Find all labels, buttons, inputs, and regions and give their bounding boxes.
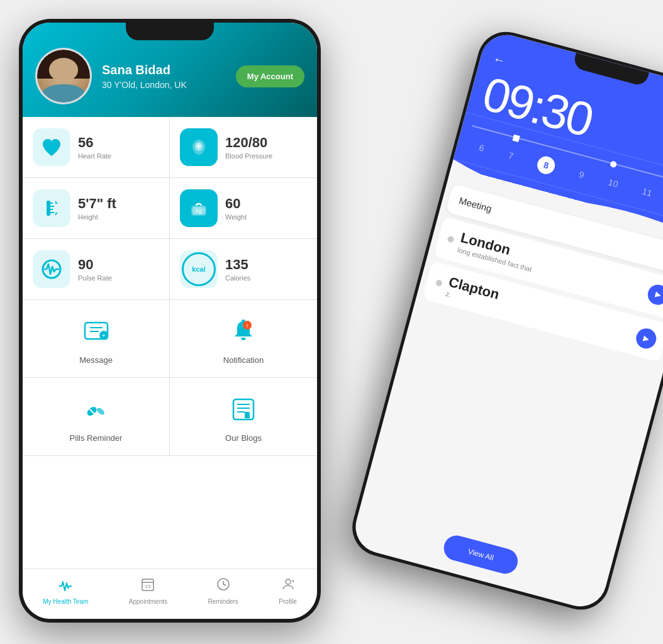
calories-label: Calories (225, 274, 250, 282)
nav-my-health-team[interactable]: My Health Team (43, 577, 88, 605)
heart-rate-icon (33, 128, 70, 166)
pulse-rate-label: Pulse Rate (78, 274, 112, 282)
nav-reminders[interactable]: Reminders (208, 577, 238, 605)
back-arrow[interactable]: ← (491, 51, 507, 68)
message-cell[interactable]: + Message (23, 300, 170, 378)
message-icon: + (77, 313, 115, 350)
bottom-nav: My Health Team 15 Appointments Reminders (23, 569, 317, 619)
height-label: Height (78, 213, 116, 221)
cal-6: 6 (478, 142, 486, 153)
profile-nav-icon (281, 577, 296, 596)
our-blogs-cell[interactable]: Our Blogs (170, 378, 317, 456)
cal-9: 9 (578, 169, 586, 180)
user-details: 30 Y'Old, London, UK (102, 80, 226, 90)
appointments-icon: 15 (140, 577, 155, 596)
height-icon (33, 189, 70, 227)
blogs-icon (225, 391, 262, 428)
nav-appointments-label: Appointments (129, 598, 167, 605)
pills-icon (77, 391, 115, 428)
reminders-icon (216, 577, 231, 596)
cal-8[interactable]: 8 (535, 154, 557, 175)
cal-dot-start (513, 134, 520, 142)
pulse-rate-cell[interactable]: 90 Pulse Rate (23, 239, 170, 300)
svg-point-35 (286, 579, 291, 584)
pulse-rate-icon (33, 250, 70, 288)
blood-pressure-icon: + (180, 128, 218, 166)
svg-marker-6 (55, 201, 58, 204)
my-account-button[interactable]: My Account (236, 65, 304, 87)
nav-profile-label: Profile (279, 598, 296, 605)
notification-icon: ! (225, 313, 262, 350)
calories-icon: kcal (180, 250, 218, 288)
cal-10: 10 (607, 177, 619, 189)
phone1: Sana Bidad 30 Y'Old, London, UK My Accou… (19, 19, 321, 623)
height-value: 5'7" ft (78, 196, 116, 212)
svg-text:+: + (196, 141, 201, 151)
metrics-grid: 56 Heart Rate + 120/80 Blood Pressure (23, 117, 317, 300)
actions-grid: + Message ! Notification (23, 300, 317, 456)
nav-appointments[interactable]: 15 Appointments (129, 577, 167, 605)
weight-label: Weight (225, 213, 247, 221)
message-label: Message (79, 355, 113, 365)
cal-11: 11 (641, 186, 653, 198)
pills-reminder-cell[interactable]: Pills Reminder (23, 378, 170, 456)
blood-pressure-cell[interactable]: + 120/80 Blood Pressure (170, 117, 317, 178)
user-name: Sana Bidad (102, 63, 226, 77)
meeting-label: Meeting (458, 195, 493, 214)
calories-cell[interactable]: kcal 135 Calories (170, 239, 317, 300)
scene: Sana Bidad 30 Y'Old, London, UK My Accou… (0, 0, 663, 644)
pills-reminder-label: Pills Reminder (70, 433, 123, 443)
nav-health-team-label: My Health Team (43, 598, 88, 605)
notification-label: Notification (223, 355, 264, 365)
our-blogs-label: Our Blogs (225, 433, 262, 443)
clapton-dot (435, 279, 443, 287)
heart-rate-label: Heart Rate (78, 152, 111, 160)
nav-profile[interactable]: Profile (279, 577, 296, 605)
svg-text:kg: kg (196, 208, 202, 214)
blood-pressure-value: 120/80 (225, 135, 272, 151)
london-dot (447, 236, 454, 243)
phone2: ← November2020 09:30 6 (346, 25, 663, 616)
bottom-action-label: View All (467, 547, 494, 562)
svg-line-34 (223, 584, 226, 586)
london-action[interactable]: ▶ (645, 282, 663, 307)
svg-rect-28 (245, 412, 250, 418)
notification-cell[interactable]: ! Notification (170, 300, 317, 378)
cal-7: 7 (507, 150, 515, 161)
svg-text:15: 15 (145, 584, 151, 589)
nav-reminders-label: Reminders (208, 598, 238, 605)
clapton-action[interactable]: ▶ (634, 326, 659, 351)
health-team-icon (58, 577, 73, 596)
weight-cell[interactable]: kg 60 Weight (170, 178, 317, 239)
svg-text:!: ! (247, 323, 248, 329)
cal-dot-end (610, 160, 617, 168)
calories-value: 135 (225, 257, 250, 273)
avatar (35, 48, 92, 104)
svg-point-23 (96, 406, 106, 416)
svg-text:+: + (102, 332, 106, 339)
svg-rect-24 (233, 399, 254, 419)
blood-pressure-label: Blood Pressure (225, 152, 272, 160)
weight-icon: kg (180, 189, 218, 227)
heart-rate-value: 56 (78, 135, 111, 151)
user-info: Sana Bidad 30 Y'Old, London, UK (102, 63, 226, 90)
heart-rate-cell[interactable]: 56 Heart Rate (23, 117, 170, 178)
notch (126, 23, 214, 40)
bottom-action-button[interactable]: View All (441, 533, 520, 577)
height-cell[interactable]: 5'7" ft Height (23, 178, 170, 239)
weight-value: 60 (225, 196, 247, 212)
svg-marker-7 (55, 213, 58, 216)
pulse-rate-value: 90 (78, 257, 112, 273)
